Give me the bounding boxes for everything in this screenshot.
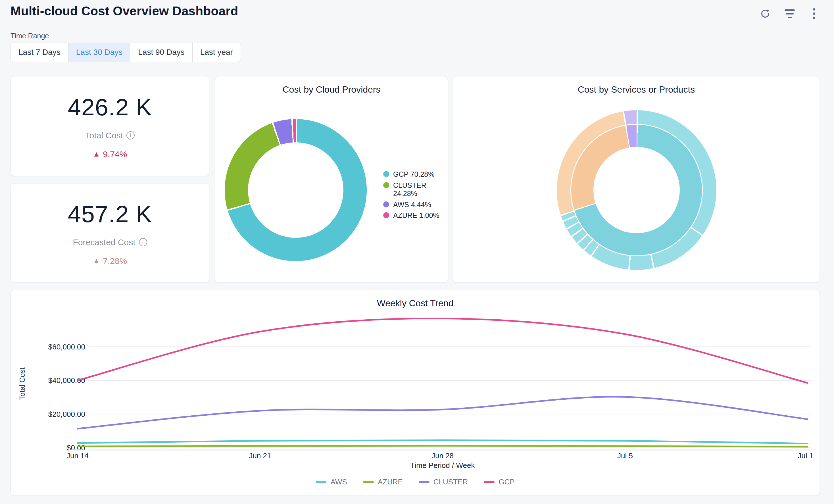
trend-legend-item-gcp[interactable]: GCP (484, 478, 514, 486)
legend-dot (383, 182, 389, 188)
total-cost-label: Total Cost (85, 131, 123, 140)
delta-up-icon: ▲ (93, 257, 100, 265)
kebab-menu-icon[interactable] (808, 8, 820, 19)
forecasted-cost-value: 457.2 K (68, 200, 152, 228)
legend-label: AWS (330, 478, 347, 486)
total-cost-delta: ▲ 9.74% (93, 149, 127, 159)
series-azure (78, 446, 808, 447)
time-range-option-last-30-days[interactable]: Last 30 Days (68, 43, 130, 62)
providers-chart-title: Cost by Cloud Providers (215, 84, 448, 95)
trend-chart-title: Weekly Cost Trend (11, 298, 819, 309)
legend-label: GCP 70.28% (393, 170, 434, 179)
trend-legend-item-azure[interactable]: AZURE (363, 478, 403, 486)
legend-label: CLUSTER 24.28% (393, 181, 446, 198)
legend-swatch (419, 481, 430, 483)
time-range-option-last-year[interactable]: Last year (192, 43, 241, 62)
trend-legend-item-cluster[interactable]: CLUSTER (419, 478, 468, 486)
weekly-cost-trend-card: Weekly Cost Trend Total Cost $0.00$20,00… (10, 290, 820, 496)
refresh-icon[interactable] (760, 8, 771, 19)
x-axis-title: Time Period / Week (411, 461, 475, 469)
legend-item-azure[interactable]: AZURE 1.00% (383, 211, 446, 220)
time-range-group: Last 7 DaysLast 30 DaysLast 90 DaysLast … (10, 43, 241, 62)
time-range-option-last-90-days[interactable]: Last 90 Days (130, 43, 192, 62)
sunburst-hole (593, 147, 680, 233)
legend-item-cluster[interactable]: CLUSTER 24.28% (383, 181, 446, 198)
legend-item-gcp[interactable]: GCP 70.28% (383, 170, 446, 179)
legend-swatch (315, 481, 326, 483)
legend-label: AWS 4.44% (393, 201, 431, 209)
svg-text:Jul 5: Jul 5 (617, 452, 633, 460)
page-title: Multi-cloud Cost Overview Dashboard (10, 4, 238, 18)
legend-label: GCP (499, 478, 514, 486)
total-cost-card: 426.2 K Total Cost i ▲ 9.74% (10, 76, 210, 176)
time-range-option-last-7-days[interactable]: Last 7 Days (11, 43, 68, 62)
filter-icon[interactable] (784, 8, 795, 19)
delta-up-icon: ▲ (93, 150, 100, 158)
forecasted-cost-delta: ▲ 7.28% (93, 256, 127, 266)
legend-label: AZURE 1.00% (393, 211, 439, 220)
legend-label: AZURE (378, 478, 403, 486)
donut-hole (248, 143, 344, 238)
total-cost-value: 426.2 K (68, 93, 152, 121)
trend-line-chart[interactable]: $0.00$20,000.00$40,000.00$60,000.00Jun 1… (17, 310, 812, 475)
ring-separator (570, 124, 703, 256)
legend-dot (383, 201, 389, 207)
svg-text:$60,000.00: $60,000.00 (48, 343, 85, 351)
svg-text:Jul 12: Jul 12 (798, 452, 812, 460)
trend-legend-item-aws[interactable]: AWS (315, 478, 347, 486)
forecasted-cost-card: 457.2 K Forecasted Cost i ▲ 7.28% (10, 183, 210, 283)
services-sunburst-inner-ring[interactable] (571, 125, 702, 256)
header-toolbar (760, 8, 820, 19)
legend-label: CLUSTER (434, 478, 468, 486)
info-icon[interactable]: i (139, 238, 147, 246)
forecasted-cost-label: Forecasted Cost (73, 238, 135, 247)
gridlines (88, 347, 811, 450)
legend-swatch (363, 481, 374, 483)
y-axis-ticks: $0.00$20,000.00$40,000.00$60,000.00 (48, 343, 85, 452)
series-gcp (78, 319, 808, 383)
legend-swatch (484, 481, 495, 483)
time-range-label: Time Range (10, 32, 49, 40)
providers-donut[interactable] (225, 119, 367, 261)
svg-text:Jun 14: Jun 14 (66, 452, 89, 460)
cost-by-providers-card: Cost by Cloud Providers GCP 70.28%CLUSTE… (215, 76, 448, 283)
svg-text:Jun 21: Jun 21 (249, 452, 271, 460)
svg-text:Jun 28: Jun 28 (432, 452, 454, 460)
series-cluster (78, 397, 808, 429)
providers-legend: GCP 70.28%CLUSTER 24.28%AWS 4.44%AZURE 1… (383, 170, 446, 220)
legend-dot (383, 212, 389, 218)
legend-item-aws[interactable]: AWS 4.44% (383, 201, 446, 209)
services-chart-title: Cost by Services or Products (453, 84, 819, 95)
trend-legend: AWSAZURECLUSTERGCP (11, 478, 819, 486)
svg-text:$0.00: $0.00 (67, 443, 85, 452)
cost-by-services-card: Cost by Services or Products (453, 76, 820, 283)
series-aws (78, 440, 808, 443)
svg-text:$20,000.00: $20,000.00 (48, 410, 85, 418)
series-lines (78, 319, 808, 447)
legend-dot (383, 171, 389, 177)
info-icon[interactable]: i (126, 131, 135, 139)
services-sunburst-outer-ring[interactable] (557, 110, 717, 270)
x-axis-ticks: Jun 14Jun 21Jun 28Jul 5Jul 12 (66, 452, 812, 460)
